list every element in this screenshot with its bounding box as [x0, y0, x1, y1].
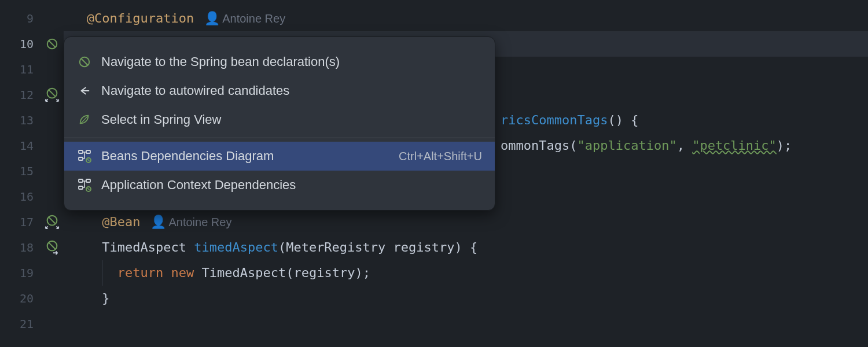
line-number: 19 [0, 260, 34, 286]
svg-line-5 [49, 217, 55, 224]
menu-item-nav-bean-declaration[interactable]: Navigate to the Spring bean declaration(… [64, 47, 495, 76]
svg-rect-16 [79, 186, 83, 189]
string-literal: "application" [577, 138, 676, 153]
line-number: 20 [0, 286, 34, 311]
constructor: TimedAspect [201, 265, 286, 280]
keyword-return: return [117, 265, 163, 280]
svg-line-9 [82, 59, 88, 65]
line-number: 16 [0, 184, 34, 209]
gutter-spring-icon[interactable] [41, 31, 64, 57]
leaf-icon [77, 112, 92, 127]
line-number: 18 [0, 235, 34, 260]
line-number: 17 [0, 209, 34, 235]
svg-rect-14 [79, 179, 83, 182]
gutter-spring-out-icon[interactable] [41, 235, 64, 260]
menu-item-label: Select in Spring View [101, 112, 482, 127]
line-number: 14 [0, 133, 34, 158]
svg-rect-11 [86, 150, 90, 153]
line-number: 12 [0, 82, 34, 108]
svg-rect-15 [86, 179, 90, 182]
diagram-icon [77, 178, 92, 193]
svg-line-7 [49, 243, 55, 249]
line-number: 21 [0, 311, 34, 337]
menu-separator [64, 138, 495, 138]
param-type: MeterRegistry [286, 240, 385, 254]
spring-gutter-popup: Navigate to the Spring bean declaration(… [64, 36, 495, 211]
argument: registry [293, 265, 355, 280]
param-name: registry [385, 240, 454, 254]
svg-rect-12 [79, 157, 83, 160]
author-icon: 👤 [150, 215, 166, 229]
method-name-partial: ricsCommonTags [501, 113, 608, 127]
menu-item-shortcut: Ctrl+Alt+Shift+U [399, 150, 482, 163]
spring-circle-icon [77, 54, 92, 69]
arrow-back-icon [77, 83, 92, 98]
keyword-new: new [171, 265, 194, 280]
line-number: 10 [0, 31, 34, 57]
method-call-partial: ommonTags [501, 138, 569, 153]
menu-item-nav-autowired[interactable]: Navigate to autowired candidates [64, 76, 495, 105]
annotation: @Bean [102, 215, 140, 229]
method-name: timedAspect [194, 240, 278, 254]
line-number: 11 [0, 57, 34, 82]
diagram-icon [77, 149, 92, 164]
menu-item-label: Navigate to autowired candidates [101, 83, 482, 98]
menu-item-select-spring-view[interactable]: Select in Spring View [64, 105, 495, 134]
svg-line-3 [49, 90, 55, 97]
gutter-spring-nav-icon[interactable] [41, 82, 64, 108]
author-hint: Antoine Rey [168, 216, 231, 228]
menu-item-beans-deps-diagram[interactable]: Beans Dependencies Diagram Ctrl+Alt+Shif… [64, 142, 495, 171]
gutter-spring-nav-icon[interactable] [41, 209, 64, 235]
menu-item-app-ctx-deps[interactable]: Application Context Dependencies [64, 171, 495, 200]
line-number: 15 [0, 158, 34, 184]
line-number: 13 [0, 108, 34, 133]
annotation: @Configuration [87, 11, 194, 25]
line-number: 9 [0, 6, 34, 31]
return-type: TimedAspect [102, 240, 186, 254]
line-number-gutter: 9 10 11 12 13 14 15 16 17 18 19 20 21 [0, 0, 41, 347]
brace: } [102, 291, 109, 305]
menu-item-label: Application Context Dependencies [101, 178, 482, 193]
author-icon: 👤 [204, 11, 220, 25]
svg-line-1 [49, 41, 56, 47]
menu-item-label: Beans Dependencies Diagram [101, 149, 399, 164]
marker-gutter [41, 0, 64, 347]
string-literal: "petclinic" [692, 138, 777, 153]
svg-rect-10 [79, 150, 83, 153]
menu-item-label: Navigate to the Spring bean declaration(… [101, 54, 482, 69]
author-hint: Antoine Rey [222, 12, 285, 25]
